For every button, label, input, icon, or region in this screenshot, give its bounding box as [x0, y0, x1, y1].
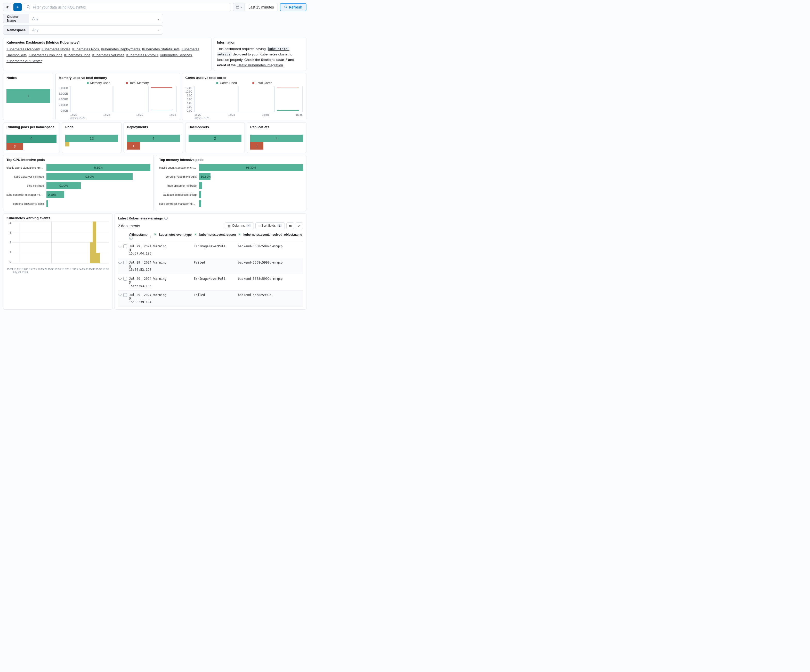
row-checkbox[interactable] — [123, 277, 127, 281]
legend-dot-total-memory — [126, 82, 128, 84]
namespace-label: Namespace — [3, 25, 29, 35]
memory-chart[interactable]: 15:2015:2515:3015:35 July 29, 2024 — [70, 86, 177, 112]
plus-icon: + — [17, 5, 19, 9]
dashboard-link[interactable]: Kubernetes Overview — [7, 47, 39, 51]
display-icon: ▭ — [289, 224, 292, 228]
pod-bar-row: coredns-7db6d8ff4d-dqflx — [7, 199, 150, 208]
nodes-title: Nodes — [7, 76, 50, 80]
search-icon — [27, 5, 30, 10]
pod-label: kube-controller-manager-minikube — [159, 202, 199, 205]
ds-bar: 2 — [189, 135, 241, 142]
information-title: Information — [217, 40, 303, 44]
pod-bar — [199, 200, 201, 207]
information-text: This dashboard requires having kube-stat… — [217, 46, 303, 68]
chevron-down-icon: ⌄ — [157, 17, 160, 20]
filter-toggle-button[interactable]: ⧩ — [3, 3, 11, 11]
columns-button[interactable]: ▦ Columns 4 — [225, 222, 254, 229]
elastic-k8s-integration-link[interactable]: Elastic Kubernetes integration — [237, 63, 283, 67]
info-icon[interactable]: ⓘ — [164, 216, 168, 220]
cell-object: backend-5668c5999d-mrqcp — [237, 258, 303, 274]
filter-icon: ⧩ — [6, 5, 9, 10]
cell-type: Warning — [152, 258, 193, 274]
fullscreen-button[interactable]: ⤢ — [295, 222, 303, 229]
pod-bar-row: kube-controller-manager-minikube — [159, 199, 303, 208]
pod-label: elastic-agent-standalone-xmp4r — [159, 166, 199, 169]
namespace-select[interactable]: Any ⌄ — [29, 25, 163, 35]
row-checkbox[interactable] — [123, 261, 127, 264]
display-options-button[interactable]: ▭ — [286, 222, 294, 229]
dashboard-link[interactable]: Kubernetes StatefulSets — [142, 47, 179, 51]
deploy-bar-2: 1 — [127, 142, 140, 150]
kql-search-input[interactable] — [32, 5, 228, 10]
dashboard-link[interactable]: Kubernetes PV/PVC — [127, 53, 158, 57]
deploy-bar-1: 4 — [127, 135, 180, 142]
pod-bar — [199, 182, 202, 189]
pod-bar: 0.50% — [46, 173, 133, 180]
fullscreen-icon: ⤢ — [298, 224, 301, 228]
cluster-name-value: Any — [32, 17, 39, 21]
cell-object: backend-5668c5999d-mrqcp — [237, 274, 303, 290]
dashboard-link[interactable]: Kubernetes Nodes — [42, 47, 71, 51]
expand-icon[interactable] — [118, 244, 122, 248]
pod-bar: 10.30% — [199, 173, 211, 180]
cell-reason: Failed — [193, 290, 237, 307]
pods-bar: 12 — [65, 135, 118, 142]
cell-timestamp: Jul 29, 2024 @ 15:37:04.183 — [128, 242, 152, 258]
expand-icon[interactable] — [118, 260, 122, 264]
dashboard-link[interactable]: Kubernetes Volumes — [92, 53, 125, 57]
cell-timestamp: Jul 29, 2024 @ 15:36:53.190 — [128, 258, 152, 274]
table-row[interactable]: Jul 29, 2024 @ 15:36:53.190 Warning Fail… — [118, 258, 303, 274]
nodes-bar: 1 — [7, 89, 50, 103]
refresh-label: Refresh — [289, 5, 302, 9]
legend-dot-memory-used — [87, 82, 89, 84]
svg-line-1 — [29, 7, 30, 8]
pod-bar-row: kube-apiserver-minikube — [159, 181, 303, 190]
time-range-picker[interactable]: ▾ Last 15 minutes — [233, 3, 278, 11]
add-filter-button[interactable]: + — [14, 3, 22, 11]
pod-bar-row: elastic-agent-standalone-xmp4r 0.60% — [7, 163, 150, 172]
expand-icon[interactable] — [118, 276, 122, 280]
warning-events-chart[interactable] — [13, 222, 109, 263]
calendar-button[interactable]: ▾ — [233, 3, 245, 11]
row-checkbox[interactable] — [123, 244, 127, 248]
dashboard-link[interactable]: Kubernetes Jobs — [64, 53, 90, 57]
dashboard-link[interactable]: Kubernetes Services — [160, 53, 192, 57]
sort-icon: ↓ — [258, 224, 260, 227]
columns-icon: ▦ — [228, 224, 231, 228]
pods-panel: Pods 12 — [62, 122, 122, 153]
cluster-name-select[interactable]: Any ⌄ — [29, 14, 163, 23]
pods-bar-small — [65, 142, 69, 147]
table-row[interactable]: Jul 29, 2024 @ 15:36:39.184 Warning Fail… — [118, 290, 303, 307]
time-range-text[interactable]: Last 15 minutes — [245, 3, 278, 11]
cores-chart[interactable]: 15:2015:2515:3015:35 July 29, 2024 — [194, 86, 303, 112]
dashboard-link[interactable]: Kubernetes Pods — [72, 47, 99, 51]
pod-label: coredns-7db6d8ff4d-dqflx — [7, 202, 46, 205]
cell-object: backend-5668c5999d- — [237, 290, 303, 307]
pod-bar-row: kube-controller-manager-minikube 0.10% — [7, 190, 150, 199]
legend-dot-total-cores — [252, 82, 254, 84]
dashboard-link[interactable]: Kubernetes Deployments — [101, 47, 140, 51]
cluster-name-label: Cluster Name — [3, 14, 29, 23]
pod-bar-row: kube-apiserver-minikube 0.50% — [7, 172, 150, 181]
dashboard-link[interactable]: Kubernetes API Server — [7, 59, 42, 63]
kql-search-bar[interactable] — [24, 3, 231, 11]
refresh-button[interactable]: Refresh — [280, 3, 307, 11]
total-cores-line — [277, 87, 299, 88]
information-panel: Information This dashboard requires havi… — [214, 38, 307, 71]
pod-label: kube-apiserver-minikube — [159, 184, 199, 187]
row-checkbox[interactable] — [123, 293, 127, 297]
pod-bar-row: database-6c5dcbcbf8-k4kzp — [159, 190, 303, 199]
sort-desc-icon[interactable]: ↓ — [150, 235, 152, 238]
deployments-panel: Deployments 4 1 — [123, 122, 183, 153]
latest-warnings-panel: Latest Kubernetes warnings ⓘ 7 documents… — [115, 213, 307, 310]
pod-label: kube-apiserver-minikube — [7, 175, 46, 178]
table-row[interactable]: Jul 29, 2024 @ 15:36:53.180 Warning ErrI… — [118, 274, 303, 290]
replicasets-panel: ReplicaSets 4 1 — [247, 122, 307, 153]
expand-icon[interactable] — [118, 292, 122, 296]
cores-used-line — [277, 110, 299, 111]
sort-fields-button[interactable]: ↓ Sort fields 1 — [255, 222, 285, 229]
rpn-bar-1: 9 — [7, 135, 56, 143]
dashboard-link[interactable]: Kubernetes CronJobs — [29, 53, 62, 57]
table-row[interactable]: Jul 29, 2024 @ 15:37:04.183 Warning ErrI… — [118, 242, 303, 258]
pod-label: elastic-agent-standalone-xmp4r — [7, 166, 46, 169]
